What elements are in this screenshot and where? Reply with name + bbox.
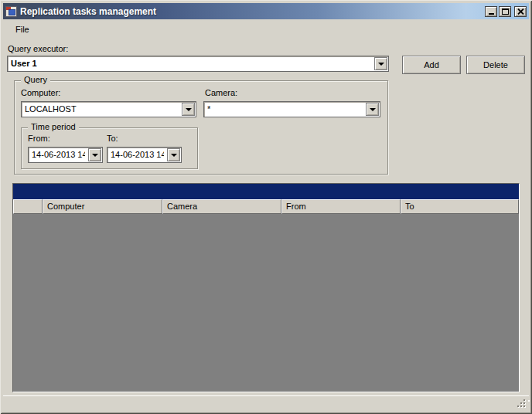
chevron-down-icon (378, 63, 384, 66)
query-groupbox-title: Query (21, 75, 50, 84)
chevron-down-icon (92, 154, 98, 157)
query-groupbox: Query Computer: LOCALHOST Camera: * Time… (14, 80, 388, 175)
camera-combobox[interactable]: * (203, 101, 380, 117)
camera-label: Camera: (205, 88, 237, 97)
from-datetime-picker[interactable]: 14-06-2013 14 (28, 147, 103, 163)
dropdown-button[interactable] (366, 103, 379, 116)
dropdown-button[interactable] (167, 148, 180, 161)
computer-label: Computer: (21, 88, 60, 97)
chevron-down-icon (171, 154, 177, 157)
status-bar (3, 395, 529, 411)
dropdown-button[interactable] (374, 57, 387, 70)
window-title: Replication tasks management (20, 6, 485, 17)
menu-bar: File (3, 21, 529, 38)
query-executor-label: Query executor: (8, 44, 68, 53)
computer-combobox[interactable]: LOCALHOST (21, 101, 196, 117)
minimize-icon (489, 13, 494, 15)
from-value: 14-06-2013 14 (32, 148, 85, 162)
app-icon[interactable] (5, 6, 17, 17)
titlebar[interactable]: Replication tasks management (3, 3, 529, 19)
datagrid-header-row: Computer Camera From To (13, 199, 519, 214)
column-header-selector[interactable] (13, 199, 43, 214)
add-button[interactable]: Add (402, 56, 461, 74)
minimize-button[interactable] (485, 6, 497, 17)
close-icon (517, 8, 524, 15)
window: Replication tasks management File Query … (0, 0, 532, 414)
time-period-groupbox: Time period From: 14-06-2013 14 To: 14-0… (21, 127, 198, 169)
query-executor-value: User 1 (11, 56, 371, 71)
window-controls (485, 6, 527, 17)
menu-item-file[interactable]: File (10, 21, 35, 38)
datagrid-caption (13, 184, 519, 199)
chevron-down-icon (370, 108, 376, 111)
chevron-down-icon (186, 108, 192, 111)
maximize-button[interactable] (499, 6, 511, 17)
column-header-from[interactable]: From (281, 199, 401, 214)
close-button[interactable] (514, 6, 527, 17)
computer-value: LOCALHOST (25, 102, 179, 117)
column-header-camera[interactable]: Camera (162, 199, 281, 214)
time-period-title: Time period (28, 122, 79, 131)
to-datetime-picker[interactable]: 14-06-2013 14 (107, 147, 182, 163)
column-header-to[interactable]: To (401, 199, 519, 214)
tasks-datagrid: Computer Camera From To (12, 183, 520, 392)
resize-grip-icon[interactable] (517, 399, 527, 409)
datagrid-body (13, 214, 519, 392)
to-value: 14-06-2013 14 (111, 148, 164, 162)
from-label: From: (28, 134, 50, 143)
dropdown-button[interactable] (182, 103, 195, 116)
dropdown-button[interactable] (88, 148, 101, 161)
camera-value: * (207, 102, 363, 117)
to-label: To: (107, 134, 118, 143)
maximize-icon (502, 8, 509, 15)
delete-button[interactable]: Delete (466, 56, 525, 74)
query-executor-combobox[interactable]: User 1 (7, 56, 389, 72)
column-header-computer[interactable]: Computer (43, 199, 162, 214)
